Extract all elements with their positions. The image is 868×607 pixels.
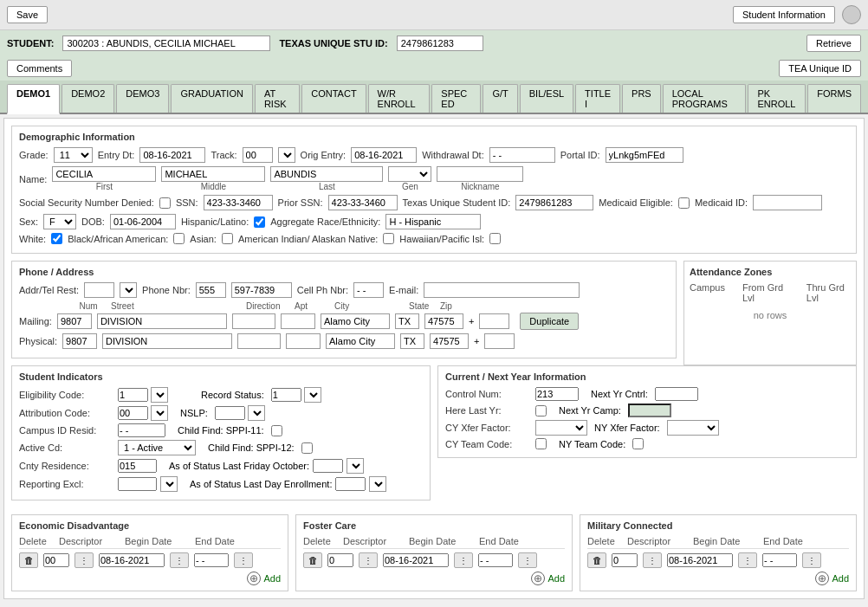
as-of-last-day-select[interactable] xyxy=(369,476,386,492)
hispanic-checkbox[interactable] xyxy=(254,216,265,228)
mc-add-label[interactable]: Add xyxy=(832,573,849,584)
mailing-zip-field[interactable] xyxy=(424,313,463,329)
mc-descriptor-field[interactable] xyxy=(612,553,638,567)
cell-area-field[interactable] xyxy=(353,282,384,298)
mailing-zip4-field[interactable] xyxy=(479,313,509,329)
tab-graduation[interactable]: GRADUATION xyxy=(171,84,253,113)
ec-add-label[interactable]: Add xyxy=(263,573,281,584)
physical-dir-field[interactable] xyxy=(237,333,281,349)
physical-zip-field[interactable] xyxy=(430,333,469,349)
mailing-dir-field[interactable] xyxy=(232,313,275,329)
mailing-city-field[interactable] xyxy=(321,313,390,329)
phone-area-field[interactable] xyxy=(196,282,226,298)
fc-end-date-field[interactable] xyxy=(478,553,513,567)
mailing-num-field[interactable] xyxy=(57,313,92,329)
mc-end-menu[interactable]: ⋮ xyxy=(802,552,821,568)
mailing-state-field[interactable] xyxy=(395,313,419,329)
ssn-denied-checkbox[interactable] xyxy=(159,197,171,209)
mc-delete-btn[interactable]: 🗑 xyxy=(587,552,606,568)
retrieve-button[interactable]: Retrieve xyxy=(806,35,861,52)
physical-num-field[interactable] xyxy=(62,333,97,349)
tab-gt[interactable]: G/T xyxy=(483,84,517,113)
tx-stu-id-field[interactable] xyxy=(515,195,593,210)
tab-pk-enroll[interactable]: PK ENROLL xyxy=(748,84,806,113)
ec-begin-menu[interactable]: ⋮ xyxy=(170,552,189,568)
tab-demo2[interactable]: DEMO2 xyxy=(62,84,114,113)
reporting-excl-select[interactable] xyxy=(160,476,178,492)
fc-end-menu[interactable]: ⋮ xyxy=(518,552,537,568)
record-status-select[interactable] xyxy=(304,387,321,403)
nslp-field[interactable] xyxy=(215,406,245,420)
track-select[interactable] xyxy=(278,147,295,163)
phone-num-field[interactable] xyxy=(231,282,292,298)
physical-apt-field[interactable] xyxy=(286,333,321,349)
dob-field[interactable] xyxy=(110,214,176,229)
comments-button[interactable]: Comments xyxy=(7,60,72,77)
mc-begin-menu[interactable]: ⋮ xyxy=(738,552,757,568)
physical-zip4-field[interactable] xyxy=(484,333,515,349)
cy-team-checkbox[interactable] xyxy=(535,438,547,449)
child-find-sppi11-checkbox[interactable] xyxy=(271,425,282,436)
as-of-friday-field[interactable] xyxy=(313,459,343,473)
medicaid-eligible-checkbox[interactable] xyxy=(678,197,690,209)
fc-add-label[interactable]: Add xyxy=(547,573,565,584)
military-connected-add[interactable]: ⊕ Add xyxy=(587,571,849,585)
addr-tel-select[interactable] xyxy=(120,282,137,298)
duplicate-button[interactable]: Duplicate xyxy=(520,313,579,330)
ec-descriptor-menu[interactable]: ⋮ xyxy=(74,552,94,568)
tab-local-programs[interactable]: LOCAL PROGRAMS xyxy=(663,84,747,113)
as-of-friday-select[interactable] xyxy=(347,458,364,474)
attribution-field[interactable] xyxy=(118,406,148,420)
portal-id-field[interactable] xyxy=(606,147,683,163)
mc-end-date-field[interactable] xyxy=(762,553,797,567)
email-field[interactable] xyxy=(424,282,580,298)
record-status-field[interactable] xyxy=(271,388,301,402)
campus-id-field[interactable] xyxy=(118,423,165,437)
cy-xfer-select[interactable] xyxy=(535,420,587,436)
tab-demo1[interactable]: DEMO1 xyxy=(7,84,60,114)
tab-wr-enroll[interactable]: W/R ENROLL xyxy=(368,84,431,113)
fc-begin-menu[interactable]: ⋮ xyxy=(454,552,473,568)
ny-team-checkbox[interactable] xyxy=(632,438,644,449)
gen-select[interactable] xyxy=(388,166,431,182)
ec-end-menu[interactable]: ⋮ xyxy=(234,552,253,568)
active-cd-select[interactable]: 1 - Active xyxy=(118,440,196,455)
here-last-yr-checkbox[interactable] xyxy=(535,405,547,417)
first-name-input[interactable] xyxy=(52,166,156,182)
withdrawal-field[interactable] xyxy=(489,147,555,163)
tab-spec-ed[interactable]: SPEC ED xyxy=(431,84,481,113)
reporting-excl-field[interactable] xyxy=(118,477,157,491)
ec-end-date-field[interactable] xyxy=(194,553,229,567)
mailing-apt-field[interactable] xyxy=(281,313,315,329)
ec-descriptor-field[interactable] xyxy=(43,553,69,567)
tab-prs[interactable]: PRS xyxy=(622,84,661,113)
tab-bilesl[interactable]: BIL/ESL xyxy=(520,84,573,113)
fc-delete-btn[interactable]: 🗑 xyxy=(303,552,322,568)
tab-contact[interactable]: CONTACT xyxy=(301,84,366,113)
prior-ssn-field[interactable] xyxy=(328,195,398,210)
physical-state-field[interactable] xyxy=(400,333,424,349)
physical-street-field[interactable] xyxy=(102,333,232,349)
eligibility-field[interactable] xyxy=(118,388,148,402)
foster-care-add[interactable]: ⊕ Add xyxy=(303,571,565,585)
next-yr-camp-field[interactable] xyxy=(628,404,671,417)
nslp-select[interactable] xyxy=(248,405,265,421)
mc-begin-date-field[interactable] xyxy=(667,553,733,567)
grade-select[interactable]: 11 xyxy=(54,147,93,163)
as-of-last-day-field[interactable] xyxy=(335,477,366,491)
track-field[interactable] xyxy=(243,147,273,163)
ssn-field[interactable] xyxy=(204,195,273,210)
fc-descriptor-menu[interactable]: ⋮ xyxy=(359,552,378,568)
control-num-field[interactable] xyxy=(535,387,579,401)
student-info-button[interactable]: Student Information xyxy=(733,6,835,23)
physical-city-field[interactable] xyxy=(326,333,395,349)
fc-descriptor-field[interactable] xyxy=(327,553,353,567)
tab-at-risk[interactable]: AT RISK xyxy=(255,84,300,113)
next-yr-cntrl-field[interactable] xyxy=(655,387,698,401)
fc-begin-date-field[interactable] xyxy=(383,553,449,567)
nickname-input[interactable] xyxy=(437,166,523,182)
entry-dt-field[interactable] xyxy=(139,147,205,163)
ec-begin-date-field[interactable] xyxy=(99,553,165,567)
aggregate-field[interactable] xyxy=(385,214,481,229)
attribution-select[interactable] xyxy=(151,405,168,421)
